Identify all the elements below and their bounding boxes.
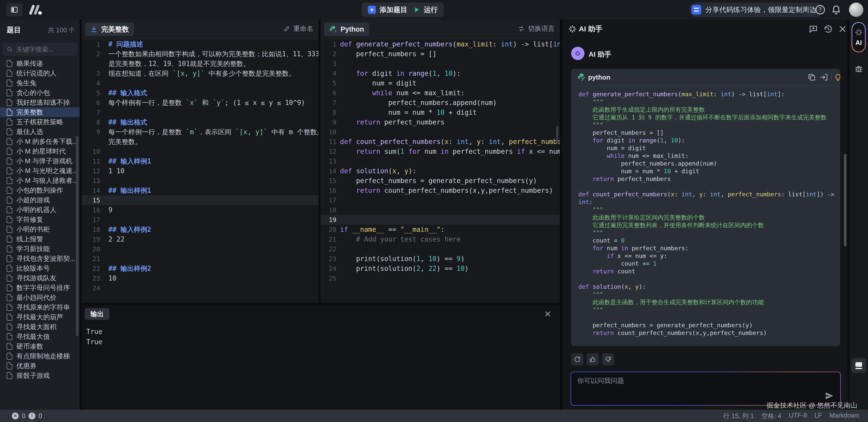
editor-line[interactable]: 9 return perfect_numbers	[320, 117, 560, 127]
editor-line[interactable]: 2 perfect_numbers = []	[320, 49, 560, 59]
editor-line[interactable]: 25	[320, 273, 560, 283]
editor-line[interactable]: 15 perfect_numbers = generate_perfect_nu…	[320, 176, 560, 186]
sidebar-item[interactable]: 线上报警	[0, 234, 80, 244]
sidebar-item[interactable]: 贪心的小包	[0, 88, 80, 98]
editor-line[interactable]: 10	[320, 127, 560, 137]
sidebar-toggle-button[interactable]	[6, 3, 23, 17]
sidebar-item[interactable]: 完美整数	[0, 107, 80, 117]
status-item[interactable]: Markdown	[830, 412, 859, 420]
editor-line[interactable]: 169	[82, 205, 318, 215]
sidebar-item[interactable]: 寻找最大值	[0, 332, 80, 342]
editor-line[interactable]: 24	[82, 283, 318, 293]
editor-line[interactable]: 2一个整数如果由相同数字构成，可以称为完美整数；比如说1、11、333就	[82, 49, 318, 59]
editor-line[interactable]: 3	[320, 59, 560, 68]
editor-line[interactable]: 8## 输出格式	[82, 117, 318, 127]
editor-line[interactable]: 11## 输入样例1	[82, 156, 318, 166]
rename-button[interactable]: 重命名	[283, 24, 313, 33]
editor-line[interactable]: 4	[82, 78, 318, 88]
sidebar-item[interactable]: 小 M 的星球时代	[0, 146, 80, 156]
status-item[interactable]: LF	[814, 412, 822, 420]
notifications-bell-icon[interactable]	[831, 4, 842, 15]
sidebar-item[interactable]: 比较版本号	[0, 263, 80, 273]
editor-line[interactable]: 11def count_perfect_numbers(x: int, y: i…	[320, 137, 560, 147]
add-problem-button[interactable]: + 添加题目	[362, 3, 413, 17]
sidebar-scrollbar[interactable]	[76, 136, 79, 336]
sidebar-item[interactable]: 小明的书柜	[0, 224, 80, 234]
editor-line[interactable]: 12 return sum(1 for num in perfect_numbe…	[320, 147, 560, 156]
sidebar-item[interactable]: 小包的数列操作	[0, 185, 80, 195]
sidebar-item[interactable]: 最小趋同代价	[0, 293, 80, 302]
sidebar-item[interactable]: 小超的游戏	[0, 195, 80, 205]
editor-line[interactable]: 18## 输入样例2	[82, 225, 318, 234]
switch-language-button[interactable]: 切换语言	[518, 24, 555, 33]
editor-line[interactable]: 1# 问题描述	[82, 39, 318, 49]
keyboard-toggle-button[interactable]	[851, 358, 866, 373]
problem-editor-body[interactable]: 1# 问题描述2一个整数如果由相同数字构成，可以称为完美整数；比如说1、11、3…	[82, 39, 318, 303]
bug-icon[interactable]	[854, 64, 864, 74]
status-item[interactable]: UTF-8	[789, 412, 807, 420]
sidebar-item[interactable]: 小 M 与狼人拯救者...	[0, 175, 80, 185]
editor-line[interactable]: 20	[82, 244, 318, 254]
sidebar-item[interactable]: 学习新技能	[0, 244, 80, 254]
sidebar-item[interactable]: 五子棋获胜策略	[0, 117, 80, 127]
sidebar-item[interactable]: 最佳人选	[0, 127, 80, 136]
editor-line[interactable]: 完美整数。	[82, 137, 318, 147]
status-item[interactable]: 空格: 4	[762, 412, 781, 420]
editor-line[interactable]: 17	[82, 215, 318, 225]
editor-line[interactable]: 15	[82, 195, 318, 205]
app-logo[interactable]	[28, 5, 44, 15]
copy-icon[interactable]	[807, 73, 816, 82]
editor-line[interactable]: 192 22	[82, 234, 318, 244]
language-tab[interactable]: Python	[324, 23, 369, 36]
search-input[interactable]	[16, 45, 80, 54]
editor-line[interactable]: 是完美整数，12、19、101就是不完美的整数。	[82, 59, 318, 68]
sidebar-item[interactable]: 小明的机器人	[0, 205, 80, 215]
problems-status[interactable]: ✕ 0 ! 0	[12, 412, 42, 420]
ai-panel-scrollbar[interactable]	[844, 154, 846, 247]
sidebar-item[interactable]: 寻找原来的字符串	[0, 302, 80, 312]
editor-line[interactable]: 21 # Add your test cases here	[320, 234, 560, 244]
editor-line[interactable]: 5 num = digit	[320, 78, 560, 88]
editor-line[interactable]: 19	[320, 215, 560, 225]
editor-line[interactable]: 21	[82, 254, 318, 264]
send-icon[interactable]	[824, 391, 835, 401]
run-button[interactable]: 运行	[407, 3, 444, 17]
editor-line[interactable]: 22	[320, 244, 560, 254]
editor-line[interactable]: 9每一个样例一行，是整数 `m`，表示区间 `[x, y]` 中有 m 个整数是	[82, 127, 318, 137]
editor-scrollbar[interactable]	[556, 126, 558, 144]
editor-line[interactable]: 20if __name__ == "__main__":	[320, 225, 560, 234]
sidebar-item[interactable]: 优惠券	[0, 361, 80, 371]
editor-line[interactable]: 18	[320, 205, 560, 215]
promo-banner[interactable]: 分享代码练习体验，领限量定制周边	[689, 3, 823, 17]
editor-line[interactable]: 3现在想知道，在区间 `[x, y]` 中有多少个整数是完美整数。	[82, 68, 318, 78]
editor-line[interactable]: 2310	[82, 273, 318, 283]
history-icon[interactable]	[823, 24, 833, 34]
sidebar-item[interactable]: 字符修复	[0, 215, 80, 224]
user-avatar[interactable]	[849, 3, 863, 17]
sidebar-item[interactable]: 小 M 与弹子游戏机	[0, 156, 80, 166]
sidebar-item[interactable]: 寻找最大面积	[0, 322, 80, 332]
code-editor-body[interactable]: 1def generate_perfect_numbers(max_limit:…	[320, 39, 560, 303]
ai-assistant-badge[interactable]: AI	[851, 22, 866, 52]
editor-line[interactable]: 7 perfect_numbers.append(num)	[320, 98, 560, 107]
sidebar-item[interactable]: 有点限制地走楼梯	[0, 351, 80, 361]
editor-line[interactable]: 7	[82, 107, 318, 117]
sidebar-item[interactable]: 小 M 与光明之魂速...	[0, 166, 80, 175]
insert-code-icon[interactable]	[820, 73, 829, 82]
sidebar-item[interactable]: 摇骰子游戏	[0, 371, 80, 381]
editor-line[interactable]: 22## 输出样例2	[82, 264, 318, 273]
editor-line[interactable]: 6 while num <= max_limit:	[320, 88, 560, 98]
search-box[interactable]	[3, 43, 76, 56]
close-icon[interactable]	[544, 310, 552, 318]
editor-line[interactable]: 13	[320, 156, 560, 166]
sidebar-item[interactable]: 我好想逃却逃不掉	[0, 98, 80, 107]
editor-line[interactable]: 13	[82, 176, 318, 186]
editor-line[interactable]: 8 num = num * 10 + digit	[320, 107, 560, 117]
output-tab[interactable]: 输出	[85, 308, 110, 320]
sidebar-item[interactable]: 寻找包含斐波那契...	[0, 254, 80, 263]
editor-line[interactable]: 121 10	[82, 166, 318, 176]
sidebar-item[interactable]: 寻找最大的葫芦	[0, 312, 80, 322]
problem-tab[interactable]: 完美整数	[85, 23, 134, 36]
new-chat-icon[interactable]	[808, 24, 818, 34]
editor-line[interactable]: 24 print(solution(2, 22) == 10)	[320, 264, 560, 273]
